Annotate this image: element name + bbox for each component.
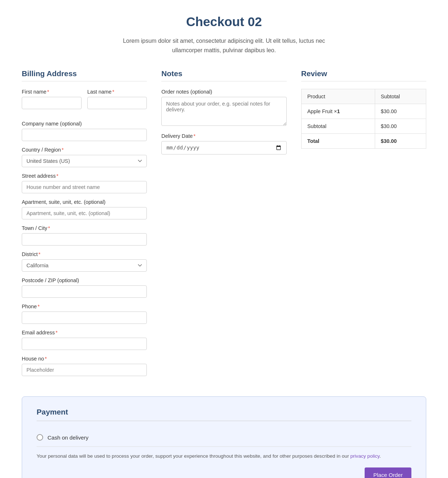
first-name-label: First name* (22, 89, 82, 95)
table-row: Apple Fruit ×1 $30.00 (301, 104, 426, 119)
city-input[interactable] (22, 233, 147, 246)
first-name-input[interactable] (22, 97, 82, 109)
table-row: Total $30.00 (301, 134, 426, 149)
subtotal-cell: $30.00 (375, 104, 426, 119)
apartment-input[interactable] (22, 207, 147, 219)
district-group: District* California New York Texas Flor… (22, 251, 147, 272)
company-group: Company name (optional) (22, 121, 147, 141)
delivery-date-label: Delivery Date* (161, 133, 286, 139)
postcode-input[interactable] (22, 285, 147, 298)
order-notes-textarea[interactable] (161, 97, 286, 126)
main-content: Billing Address First name* Last name* (22, 69, 426, 382)
place-order-button[interactable]: Place Order (365, 467, 411, 478)
country-label: Country / Region* (22, 147, 147, 153)
apartment-group: Apartment, suite, unit, etc. (optional) (22, 199, 147, 219)
page-title: Checkout 02 (22, 15, 426, 29)
col-subtotal: Subtotal (375, 89, 426, 104)
country-select[interactable]: United States (US) United Kingdom Canada… (22, 155, 147, 167)
delivery-date-group: Delivery Date* (161, 133, 286, 154)
phone-input[interactable] (22, 312, 147, 324)
district-label: District* (22, 251, 147, 257)
houseno-input[interactable] (22, 364, 147, 376)
review-section: Review Product Subtotal Apple Fruit ×1 $… (301, 69, 426, 382)
order-notes-label: Order notes (optional) (161, 89, 286, 95)
notes-title: Notes (161, 69, 286, 82)
delivery-date-input[interactable] (161, 141, 286, 154)
payment-section: Payment Cash on delivery Your personal d… (22, 396, 426, 478)
place-order-container: Place Order (37, 467, 411, 478)
street-input[interactable] (22, 181, 147, 193)
postcode-label: Postcode / ZIP (optional) (22, 277, 147, 283)
privacy-notice: Your personal data will be used to proce… (37, 453, 411, 460)
billing-title: Billing Address (22, 69, 147, 82)
city-label: Town / City* (22, 225, 147, 231)
company-input[interactable] (22, 129, 147, 141)
review-header-row: Product Subtotal (301, 89, 426, 104)
first-name-required: * (47, 89, 49, 95)
page-header: Checkout 02 Lorem ipsum dolor sit amet, … (22, 15, 426, 55)
email-label: Email address* (22, 330, 147, 335)
cash-on-delivery-radio[interactable] (37, 434, 43, 441)
district-select[interactable]: California New York Texas Florida Illino… (22, 259, 147, 272)
phone-group: Phone* (22, 304, 147, 324)
subtotal-label-cell: Subtotal (301, 119, 375, 134)
houseno-group: House no* (22, 356, 147, 376)
billing-section: Billing Address First name* Last name* (22, 69, 147, 382)
postcode-group: Postcode / ZIP (optional) (22, 277, 147, 298)
subtotal-value-cell: $30.00 (375, 119, 426, 134)
city-group: Town / City* (22, 225, 147, 246)
payment-option-cod[interactable]: Cash on delivery (37, 428, 411, 447)
street-label: Street address* (22, 173, 147, 179)
privacy-policy-link[interactable]: privacy policy (350, 453, 379, 459)
last-name-label: Last name* (87, 89, 147, 95)
last-name-required: * (112, 89, 115, 95)
last-name-input[interactable] (87, 97, 147, 109)
apartment-label: Apartment, suite, unit, etc. (optional) (22, 199, 147, 205)
name-row: First name* Last name* (22, 89, 147, 115)
col-product: Product (301, 89, 375, 104)
country-group: Country / Region* United States (US) Uni… (22, 147, 147, 167)
email-group: Email address* (22, 330, 147, 350)
table-row: Subtotal $30.00 (301, 119, 426, 134)
product-cell: Apple Fruit ×1 (301, 104, 375, 119)
notes-section: Notes Order notes (optional) Delivery Da… (161, 69, 286, 382)
company-label: Company name (optional) (22, 121, 147, 127)
email-input[interactable] (22, 338, 147, 350)
total-value-cell: $30.00 (375, 134, 426, 149)
review-table: Product Subtotal Apple Fruit ×1 $30.00 S… (301, 89, 426, 149)
street-group: Street address* (22, 173, 147, 193)
page-subtitle: Lorem ipsum dolor sit amet, consectetur … (115, 36, 333, 55)
payment-title: Payment (37, 408, 411, 421)
order-notes-group: Order notes (optional) (161, 89, 286, 127)
total-label-cell: Total (301, 134, 375, 149)
cash-on-delivery-label: Cash on delivery (47, 434, 88, 441)
last-name-group: Last name* (87, 89, 147, 109)
review-title: Review (301, 69, 426, 82)
phone-label: Phone* (22, 304, 147, 309)
first-name-group: First name* (22, 89, 82, 109)
houseno-label: House no* (22, 356, 147, 362)
